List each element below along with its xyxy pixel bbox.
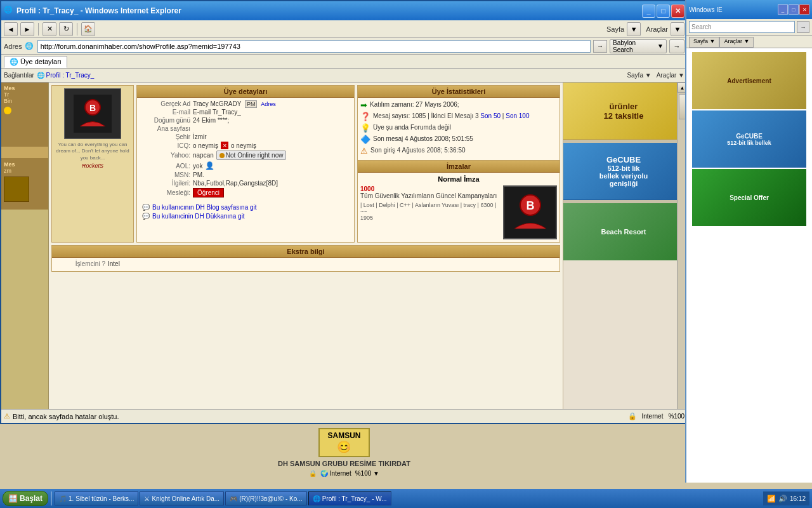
tray-volume-icon: 🔊 [778,495,787,503]
start-label: Başlat [20,494,43,503]
sig-red-link[interactable]: 1000 [360,185,499,192]
sigs-content: Normal İmza 1000 Tüm Güvenlik Yazılımlar… [358,173,560,242]
second-search-button[interactable]: → [797,21,809,33]
window-controls: _ □ ✕ [642,4,684,18]
second-tab-araclar[interactable]: Araçlar ▼ [719,37,754,48]
status-message: Bitti, ancak sayfada hatalar oluştu. [13,413,119,420]
ad-banner-1[interactable]: ürünler 12 taksitle [563,83,677,140]
second-ad1-inner: Advertisement [692,52,806,109]
sig-image: B [503,185,557,239]
second-max-button[interactable]: □ [789,4,799,15]
blog-link[interactable]: 💬 Bu kullanıcının DH Blog sayfasına git [142,204,349,211]
taskbar-item-knight[interactable]: ⚔ Knight Online Artık Da... [140,491,224,505]
taskbar-system-tray: 📶 🔊 16:12 [763,491,809,505]
stat-uye: 💡 Üye şu anda Forumda değil [360,123,557,133]
adres-link[interactable]: Adres [261,101,276,107]
links-label: Bağlantılar [4,72,34,79]
ad2-line2: bellek veriyolu [599,172,648,180]
yahoo-value: napcan Not Online right now [193,150,286,160]
second-tabs: Sayfa ▼ Araçlar ▼ [686,36,812,48]
araclar-dropdown[interactable]: ▼ [671,22,684,36]
dogum-label: Doğum günü [140,117,190,124]
profile-content[interactable]: B You can do everything you can dream of… [49,83,563,423]
start-button[interactable]: 🪟 Başlat [3,491,48,506]
stat-katilim: ➡ Katılım zamanı: 27 Mayıs 2006; [360,100,557,110]
second-tab-sayfa[interactable]: Sayfa ▼ [689,37,719,48]
ad-banner-2[interactable]: GeCUBE 512-bit lik bellek veriyolu geniş… [563,143,677,200]
icq-label: ICQ: [140,142,190,149]
second-browser-window: Windows IE _ □ ✕ → Sayfa ▼ Araçlar ▼ Adv… [685,0,812,483]
dukkan-icon: 💬 [142,213,150,220]
ad2-brand: GeCUBE [606,155,641,164]
stat-son-giris: ⚠ Son giriş 4 Ağustos 2008; 5:36:50 [360,146,557,156]
tray-network-icon: 📶 [767,495,776,503]
sidebar-text2: Tr [4,91,46,98]
ad3-content: Beach Resort [601,228,646,236]
stop-button[interactable]: ✕ [43,22,56,36]
ad2-line3: genişliği [610,180,638,187]
tab-profile[interactable]: 🌐 Üye detayları [4,56,67,68]
aol-icon: 👤 [205,161,214,170]
sidebar-top: Mes Tr Bin [1,83,48,146]
son50-link[interactable]: Son 50 [480,112,501,119]
sig-links: | Lost | Delphi | C++ | Aslanların Yuvas… [360,202,499,208]
dh-text: DH SAMSUN GRUBU RESİME TIKIRDAT [278,460,410,467]
status-zone: Internet [642,413,664,420]
second-search-bar: → [686,19,812,36]
avatar-section: B You can do everything you can dream of… [51,85,134,243]
svg-text:B: B [526,199,534,212]
second-search-input[interactable] [689,21,795,33]
taskbar-item-game[interactable]: 🎮 (R)(R)!!3в@u!© - Ko... [225,491,307,505]
second-min-button[interactable]: _ [778,4,788,15]
extra-content: İşlemcini ? Intel [52,258,560,271]
back-button[interactable]: ◄ [4,22,18,36]
sayfa-label2: Sayfa ▼ [627,72,651,79]
dogum-value: 24 Ekim ****; [193,117,229,124]
close-button[interactable]: ✕ [671,4,684,18]
tabs-bar: 🌐 Üye detayları [1,55,687,69]
minimize-button[interactable]: _ [642,4,655,18]
address-input[interactable] [37,40,591,53]
search-dropdown-button[interactable]: Babylon Search▼ [610,39,667,53]
address-go-button[interactable]: → [593,40,607,53]
second-ad-1[interactable]: Advertisement [692,52,806,109]
meslek-badge: Öğrenci [193,188,224,197]
forward-button[interactable]: ► [20,22,34,36]
bottom-zone: 🌍 Internet [320,470,351,477]
son100-link[interactable]: Son 100 [506,112,529,119]
sehir-label: Şehir [140,133,190,140]
second-title-bar: Windows IE _ □ ✕ [686,0,812,19]
toolbar-separator [38,23,39,36]
dukkan-link[interactable]: 💬 Bu kullanıcinin DH Dükkanına git [142,213,349,220]
mesaj-icon: ❓ [360,112,370,121]
second-title-text: Windows IE [689,6,778,13]
sig-year: 1905 [360,215,499,221]
maximize-button[interactable]: □ [657,4,670,18]
details-header: Üye detayları [137,86,354,98]
taskbar-label-4: Profil : Tr_Tracy_ - W... [322,495,387,502]
pm-button[interactable]: PM [245,100,258,108]
sidebar-avatar [4,177,29,202]
second-ad-2[interactable]: GeCUBE 512-bit lik bellek [692,110,806,168]
extra-header: Ekstra bilgi [52,246,560,258]
right-sidebar: ürünler 12 taksitle GeCUBE 512-bit lik b… [563,83,677,423]
sayfa-dropdown[interactable]: ▼ [627,22,641,36]
taskbar-item-sibel[interactable]: 🎵 1. Sibel tüzün - Berks... [55,491,138,505]
second-close-button[interactable]: ✕ [799,4,809,15]
home-button[interactable]: 🏠 [81,22,95,36]
sigs-header: İmzalar [358,161,560,173]
taskbar-item-profil[interactable]: 🌐 Profil : Tr_Tracy_ - W... [308,491,391,505]
avatar-description: You can do everything you can dream of..… [55,142,131,161]
meslek-label: Mesleği: [140,189,190,196]
samsun-emoji: 😊 [327,440,360,454]
refresh-button[interactable]: ↻ [59,22,73,36]
email-label: E-mail [140,109,190,116]
taskbar-label-1: 1. Sibel tüzün - Berks... [69,495,134,502]
status-warning-icon: ⚠ [4,412,10,420]
ad-banner-3[interactable]: Beach Resort [563,203,677,260]
second-ad-3[interactable]: Special Offer [692,169,806,226]
babylon-go-button[interactable]: → [669,39,684,53]
bottom-lock: 🔒 [309,470,317,477]
profile-link[interactable]: 🌐 Profil : Tr_Tracy_ [37,72,95,79]
stats-header: Üye İstatistikleri [358,86,560,98]
